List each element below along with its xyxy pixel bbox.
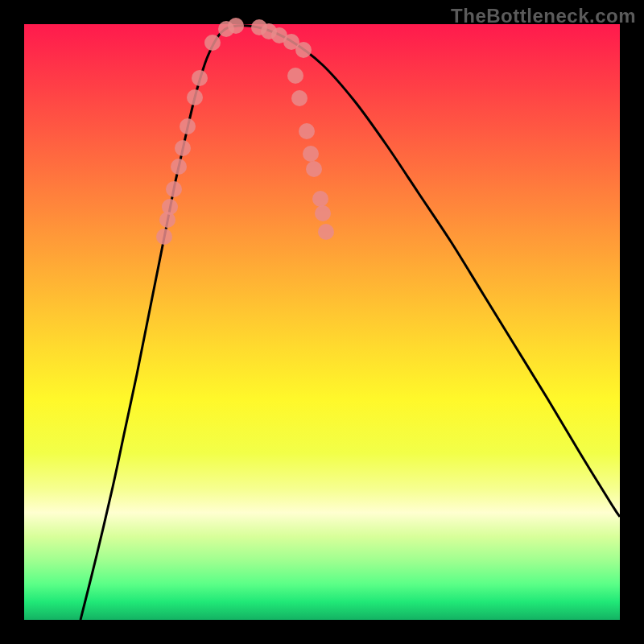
marker-dot bbox=[315, 205, 331, 221]
marker-dot bbox=[162, 199, 178, 215]
marker-dot bbox=[171, 159, 187, 175]
marker-dot bbox=[306, 161, 322, 177]
marker-dot bbox=[318, 224, 334, 240]
marker-dots bbox=[156, 18, 334, 245]
marker-dot bbox=[156, 229, 172, 245]
plot-area bbox=[24, 24, 620, 620]
marker-dot bbox=[303, 146, 319, 162]
marker-dot bbox=[175, 140, 191, 156]
marker-dot bbox=[192, 70, 208, 86]
marker-dot bbox=[166, 181, 182, 197]
marker-dot bbox=[299, 123, 315, 139]
chart-svg bbox=[24, 24, 620, 620]
marker-dot bbox=[228, 18, 244, 34]
marker-dot bbox=[287, 68, 303, 84]
curve-path bbox=[80, 26, 620, 620]
marker-dot bbox=[180, 118, 196, 134]
watermark-text: TheBottleneck.com bbox=[451, 5, 636, 27]
marker-dot bbox=[295, 42, 312, 58]
marker-dot bbox=[291, 90, 308, 106]
marker-dot bbox=[204, 35, 221, 51]
chart-container: TheBottleneck.com bbox=[0, 0, 644, 644]
marker-dot bbox=[312, 191, 328, 207]
marker-dot bbox=[187, 89, 203, 105]
